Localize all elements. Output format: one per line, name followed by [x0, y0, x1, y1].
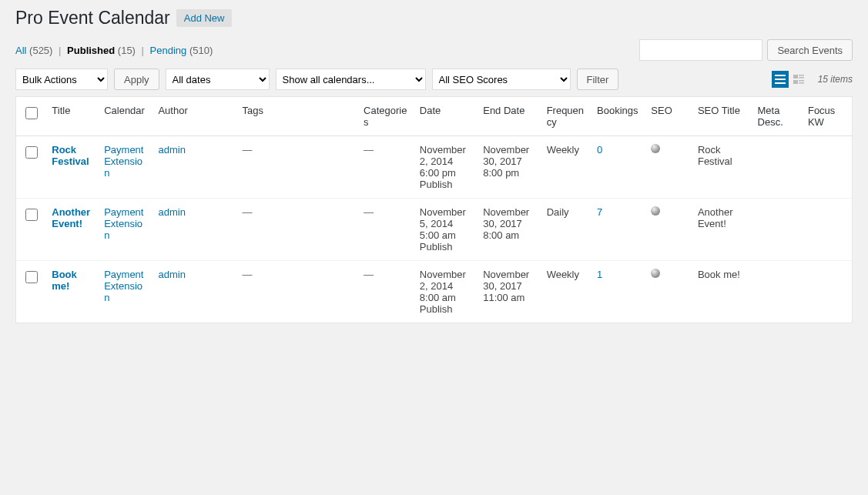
calendar-link[interactable]: Payment Extension	[104, 269, 143, 303]
col-meta-desc: Meta Desc.	[752, 97, 802, 136]
svg-rect-6	[793, 80, 798, 84]
page-title: Pro Event Calendar	[15, 8, 170, 28]
categories-value: —	[364, 269, 374, 280]
date-cell: November 2, 20146:00 pmPublish	[414, 136, 477, 199]
calendar-link[interactable]: Payment Extension	[104, 144, 143, 179]
tags-value: —	[243, 269, 253, 280]
frequency-value: Daily	[547, 206, 569, 218]
author-link[interactable]: admin	[158, 269, 185, 280]
col-date[interactable]: Date	[414, 97, 477, 136]
frequency-value: Weekly	[547, 144, 579, 156]
svg-rect-0	[775, 75, 786, 76]
bookings-link[interactable]: 7	[597, 206, 602, 218]
svg-rect-8	[799, 82, 804, 84]
row-checkbox[interactable]	[25, 271, 38, 283]
svg-rect-1	[775, 79, 786, 80]
col-seo-title: SEO Title	[692, 97, 752, 136]
col-focus-kw: Focus KW	[802, 97, 853, 136]
seo-title-value: Book me!	[698, 269, 740, 280]
col-calendar: Calendar	[98, 97, 152, 136]
date-cell: November 2, 20148:00 amPublish	[414, 261, 477, 323]
svg-rect-2	[775, 82, 786, 84]
svg-rect-5	[799, 77, 804, 79]
end-date-cell: November 30, 201711:00 am	[477, 261, 540, 323]
event-title-link[interactable]: Book me!	[52, 269, 77, 292]
items-count: 15 items	[818, 74, 853, 85]
status-all-link[interactable]: All	[15, 45, 26, 56]
row-checkbox[interactable]	[25, 209, 38, 221]
row-checkbox[interactable]	[25, 146, 38, 159]
list-view-icon[interactable]	[772, 71, 789, 88]
search-input[interactable]	[639, 39, 762, 61]
categories-value: —	[364, 206, 374, 218]
table-row: Another Event!Payment Extensionadmin——No…	[16, 199, 853, 261]
frequency-value: Weekly	[547, 269, 579, 280]
tags-value: —	[243, 144, 253, 156]
events-table: Title Calendar Author Tags Categories Da…	[15, 96, 853, 323]
seo-title-value: Rock Festival	[698, 144, 732, 167]
bookings-link[interactable]: 1	[597, 269, 602, 280]
table-row: Rock FestivalPayment Extensionadmin——Nov…	[16, 136, 853, 199]
col-title[interactable]: Title	[45, 97, 98, 136]
bookings-link[interactable]: 0	[597, 144, 602, 156]
col-categories: Categories	[357, 97, 414, 136]
end-date-cell: November 30, 20178:00 am	[477, 199, 540, 261]
status-all-count: (525)	[29, 45, 52, 56]
col-bookings: Bookings	[591, 97, 645, 136]
col-end-date: End Date	[477, 97, 540, 136]
author-link[interactable]: admin	[158, 144, 185, 156]
categories-value: —	[364, 144, 374, 156]
calendar-link[interactable]: Payment Extension	[104, 206, 143, 241]
seo-filter-select[interactable]: All SEO Scores	[432, 69, 571, 90]
seo-score-icon	[651, 206, 660, 216]
col-seo: SEO	[645, 97, 692, 136]
date-filter-select[interactable]: All dates	[166, 69, 270, 90]
col-frequency: Frequency	[541, 97, 591, 136]
select-all-checkbox[interactable]	[25, 107, 38, 119]
svg-rect-3	[793, 75, 798, 79]
tags-value: —	[243, 206, 253, 218]
status-filter-links: All (525) | Published (15) | Pending (51…	[15, 45, 213, 56]
author-link[interactable]: admin	[158, 206, 185, 218]
excerpt-view-icon[interactable]	[790, 71, 807, 88]
svg-rect-4	[799, 75, 804, 76]
seo-score-icon	[651, 144, 660, 153]
status-pending-count: (510)	[189, 45, 213, 56]
table-row: Book me!Payment Extensionadmin——November…	[16, 261, 853, 323]
col-tags: Tags	[236, 97, 358, 136]
status-pending-link[interactable]: Pending	[150, 45, 187, 56]
search-button[interactable]: Search Events	[767, 39, 853, 61]
svg-rect-7	[799, 80, 804, 82]
apply-button[interactable]: Apply	[114, 69, 159, 90]
status-published-link[interactable]: Published	[67, 45, 115, 56]
col-author[interactable]: Author	[152, 97, 236, 136]
event-title-link[interactable]: Rock Festival	[52, 144, 89, 167]
filter-button[interactable]: Filter	[577, 69, 619, 90]
bulk-actions-select[interactable]: Bulk Actions	[15, 69, 108, 90]
status-published-count: (15)	[118, 45, 136, 56]
calendar-filter-select[interactable]: Show all calendars...	[276, 69, 426, 90]
end-date-cell: November 30, 20178:00 pm	[477, 136, 540, 199]
date-cell: November 5, 20145:00 amPublish	[414, 199, 477, 261]
add-new-button[interactable]: Add New	[176, 9, 233, 27]
event-title-link[interactable]: Another Event!	[52, 206, 90, 229]
seo-title-value: Another Event!	[698, 206, 733, 229]
seo-score-icon	[651, 269, 660, 278]
